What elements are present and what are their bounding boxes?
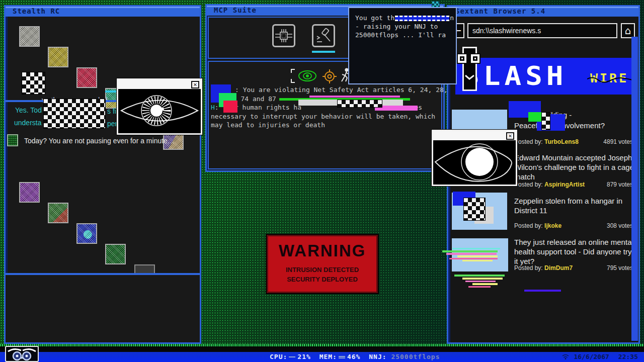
browser-titlebar[interactable]: Sextant Browser 5.4 bbox=[448, 7, 638, 17]
cpu-value: 21% bbox=[297, 353, 310, 360]
warning-title: WARNING bbox=[268, 241, 376, 260]
browser-title: Sextant Browser 5.4 bbox=[455, 7, 545, 15]
home-button[interactable]: ⌂ bbox=[621, 23, 635, 38]
sender-name: H bbox=[211, 104, 215, 111]
glitch-checkerboard bbox=[463, 198, 486, 221]
glitch-square-red bbox=[223, 101, 237, 113]
news-meta: Posted by: DimDum7 795 votes bbox=[514, 264, 633, 272]
mascot-eye bbox=[457, 53, 467, 64]
news-title[interactable]: They just released an online mental heal… bbox=[514, 237, 635, 266]
news-meta: Posted by: Ijkoke 308 votes bbox=[514, 222, 633, 229]
mem-label: MEM: bbox=[319, 353, 337, 360]
glitch-rainbow bbox=[450, 275, 510, 292]
violation-line: may lead to injuries or death bbox=[211, 121, 325, 129]
glitch-redaction bbox=[395, 16, 449, 21]
popup-text: n bbox=[450, 14, 454, 22]
chat-message: Today? You are not pausing even for a mi… bbox=[24, 137, 175, 145]
cpu-label: CPU: bbox=[270, 353, 287, 360]
thumbnail[interactable] bbox=[19, 26, 40, 47]
desktop: { "colors": { "accent_blue": "#2f66dd", … bbox=[0, 0, 644, 362]
violation-line: necessary to interrupt your behavior wil… bbox=[211, 112, 435, 121]
glitch-checkerboard bbox=[22, 72, 45, 95]
posted-label: Posted by: bbox=[514, 181, 543, 188]
owl-start-button[interactable] bbox=[5, 346, 39, 362]
zigzag-trim bbox=[0, 344, 644, 346]
news-votes: 879 votes bbox=[607, 181, 633, 188]
warning-line: INTRUSION DETECTED bbox=[268, 266, 376, 274]
eye-popup: ✕ bbox=[432, 130, 517, 186]
target-bracket bbox=[291, 69, 295, 73]
glitch-checkerboard bbox=[43, 99, 106, 129]
scrollbar[interactable] bbox=[631, 37, 638, 341]
chip-icon bbox=[275, 27, 292, 44]
chat-avatar bbox=[7, 134, 18, 146]
time-display: 22:35 bbox=[618, 353, 638, 360]
cpu-gauge bbox=[289, 356, 295, 357]
chat-message-fragment: s fil bbox=[107, 107, 118, 115]
chat-input-area[interactable] bbox=[6, 275, 200, 342]
popup-text: You got th bbox=[355, 14, 394, 22]
stealth-rc-titlebar[interactable]: Stealth RC bbox=[6, 7, 200, 17]
news-author[interactable]: AspiringArtist bbox=[544, 181, 585, 188]
posted-label: Posted by: bbox=[514, 222, 543, 229]
stealth-rc-title: Stealth RC bbox=[13, 7, 60, 15]
chip-tool-button[interactable] bbox=[272, 24, 295, 47]
banner-word-slash: SLASH bbox=[462, 61, 568, 92]
news-meta: Posted by: TurboLens8 4891 votes bbox=[514, 138, 633, 145]
thumbnail[interactable] bbox=[48, 47, 68, 67]
url-input[interactable]: sdn:\\slashwirenews.s bbox=[467, 23, 617, 38]
popup-line: 25000tflops ... I'll ra bbox=[355, 31, 456, 39]
glitch-bar-magenta bbox=[309, 96, 400, 98]
violation-line: : You are violating Net Safety Act artic… bbox=[235, 85, 448, 94]
mem-value: 46% bbox=[347, 353, 360, 360]
mascot-eye bbox=[470, 53, 480, 64]
news-author[interactable]: TurboLens8 bbox=[544, 138, 579, 145]
news-title[interactable]: Zeppelin stolen from a hangar in Distric… bbox=[514, 196, 634, 215]
target-icon bbox=[323, 69, 337, 83]
slashwire-banner: SLASH WIRE bbox=[455, 58, 636, 95]
taskbar: CPU:21% MEM:46% NNJ: 25000tflops 16/6/20… bbox=[0, 352, 644, 362]
stealth-rc-window: Stealth RC ve the power needed: Yes. Tod… bbox=[4, 5, 201, 344]
banner-scribble bbox=[587, 75, 635, 85]
glitch-checkerboard bbox=[541, 112, 550, 130]
glitch-checkerboard bbox=[337, 100, 382, 108]
surveillance-eye-image bbox=[118, 89, 201, 132]
glitch-line-purple bbox=[524, 290, 561, 292]
news-meta: Posted by: AspiringArtist 879 votes bbox=[514, 181, 633, 188]
chat-message-fragment: Yes. Tod bbox=[15, 106, 42, 114]
popup-line: You got thn bbox=[355, 14, 456, 22]
popup-line: - raising your NNJ to bbox=[355, 22, 456, 31]
surveillance-eye-icon bbox=[297, 69, 317, 82]
close-icon[interactable]: ✕ bbox=[506, 132, 514, 140]
eye-popup: ✕ bbox=[117, 78, 202, 135]
surveillance-eye-image bbox=[433, 140, 516, 184]
glitch-rainbow bbox=[442, 248, 505, 265]
wifi-icon bbox=[561, 353, 570, 359]
system-stats: CPU:21% MEM:46% NNJ: 25000tflops bbox=[270, 353, 440, 360]
news-author[interactable]: Ijkoke bbox=[544, 222, 561, 229]
warning-line: SECURITY DEPLOYED bbox=[268, 276, 376, 283]
eye-popup-titlebar[interactable] bbox=[118, 80, 201, 89]
target-bracket bbox=[291, 79, 295, 83]
thumbnail[interactable] bbox=[76, 67, 97, 88]
close-icon[interactable]: ✕ bbox=[191, 81, 199, 88]
news-author[interactable]: DimDum7 bbox=[544, 264, 573, 272]
date-display: 16/6/2067 bbox=[574, 353, 609, 360]
news-title[interactable]: Edward Mountain accepted Joseph Wilcon's… bbox=[514, 153, 634, 182]
news-votes: 4891 votes bbox=[603, 138, 633, 145]
eye-popup-titlebar[interactable] bbox=[433, 131, 516, 140]
chat-message-fragment: understa bbox=[14, 119, 41, 127]
nnj-value: 25000tflops bbox=[391, 353, 440, 360]
gavel-icon bbox=[315, 27, 332, 44]
nnj-label: NNJ: bbox=[369, 353, 386, 360]
mem-gauge bbox=[339, 356, 345, 358]
clock-area: 16/6/206722:35 bbox=[561, 353, 638, 360]
gavel-tool-button[interactable] bbox=[312, 24, 335, 47]
selected-tool-underline bbox=[312, 51, 335, 53]
nnj-popup: You got thn - raising your NNJ to 25000t… bbox=[348, 7, 457, 84]
posted-label: Posted by: bbox=[514, 264, 543, 272]
mcp-suite-title: MCP Suite bbox=[214, 6, 257, 14]
news-votes: 795 votes bbox=[607, 264, 633, 272]
posted-label: Posted by: bbox=[514, 138, 543, 145]
chevron-down-icon[interactable] bbox=[464, 74, 475, 80]
